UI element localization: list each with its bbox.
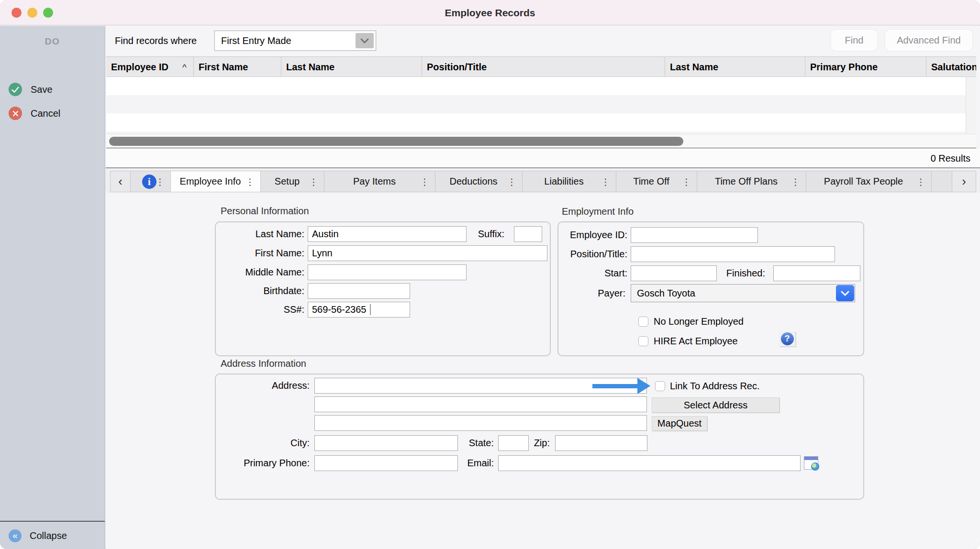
address-label: Address:	[201, 378, 310, 394]
ssn-field[interactable]	[308, 302, 410, 318]
sidebar-header: DO	[0, 36, 105, 47]
table-row[interactable]	[106, 77, 966, 95]
chevron-down-icon[interactable]	[356, 33, 374, 48]
tab-pay-items[interactable]: Pay Items ⋮	[324, 171, 435, 192]
tab-label: Liabilities	[544, 176, 594, 187]
zip-field[interactable]	[555, 435, 647, 451]
no-longer-employed-checkbox[interactable]	[638, 317, 648, 327]
column-header-salutation[interactable]: Salutation N	[926, 57, 976, 77]
birthdate-label: Birthdate:	[158, 283, 304, 299]
mapquest-button[interactable]: MapQuest	[652, 416, 707, 431]
last-name-field[interactable]	[308, 226, 467, 242]
chevron-right-icon: ›	[962, 174, 966, 189]
hire-act-help-button[interactable]: ?	[779, 331, 795, 346]
save-button[interactable]: Save	[0, 83, 105, 97]
tab-menu-icon[interactable]: ⋮	[916, 176, 925, 187]
no-longer-employed-label: No Longer Employed	[654, 316, 744, 327]
tab-menu-icon[interactable]: ⋮	[420, 176, 429, 187]
personal-information-title: Personal Information	[221, 206, 309, 217]
select-address-button[interactable]: Select Address	[652, 397, 780, 413]
tab-time-off-plans[interactable]: Time Off Plans ⋮	[697, 171, 806, 192]
finished-field[interactable]	[773, 265, 860, 281]
column-header-first-name[interactable]: First Name	[194, 57, 281, 77]
vertical-scrollbar-track[interactable]	[966, 77, 976, 134]
sidebar: DO Save Cancel « Collapse	[0, 26, 105, 549]
column-header-last-name-2[interactable]: Last Name	[665, 57, 805, 77]
finished-label: Finished:	[713, 265, 765, 281]
city-field[interactable]	[314, 435, 458, 451]
horizontal-scrollbar-track[interactable]	[106, 134, 976, 148]
collapse-button[interactable]: « Collapse	[0, 523, 105, 549]
position-title-label: Position/Title:	[550, 246, 627, 262]
primary-phone-field[interactable]	[314, 455, 458, 471]
tab-menu-icon[interactable]: ⋮	[309, 176, 318, 187]
tab-menu-icon[interactable]: ⋮	[601, 176, 610, 187]
payer-dropdown[interactable]: Gosch Toyota	[631, 284, 855, 302]
hire-act-employee-label: HIRE Act Employee	[654, 336, 738, 347]
start-field[interactable]	[631, 265, 717, 281]
tab-menu-icon[interactable]: ⋮	[507, 176, 516, 187]
tab-menu-icon[interactable]: ⋮	[156, 176, 165, 187]
tab-record-info[interactable]: i ⋮	[131, 171, 171, 192]
first-name-field[interactable]	[308, 245, 547, 261]
employee-id-label: Employee ID:	[550, 227, 627, 243]
tab-label: Payroll Tax People	[824, 176, 913, 187]
tab-menu-icon[interactable]: ⋮	[245, 176, 255, 187]
tab-label: Employee Info	[180, 176, 252, 187]
title-bar: Employee Records	[0, 0, 980, 25]
text-cursor	[370, 304, 371, 315]
email-icon-titlebar	[804, 457, 818, 460]
ssn-label: SS#:	[158, 302, 304, 318]
tab-employee-info[interactable]: Employee Info ⋮	[171, 171, 261, 192]
annotation-arrow	[592, 384, 638, 388]
tab-time-off[interactable]: Time Off ⋮	[616, 171, 697, 192]
find-field-dropdown[interactable]: First Entry Made	[214, 31, 376, 51]
employee-id-field[interactable]	[631, 227, 758, 243]
find-button[interactable]: Find	[831, 30, 877, 51]
tabs-scroll-right-button[interactable]: ›	[952, 171, 976, 192]
address-line3-field[interactable]	[314, 415, 647, 431]
suffix-label: Suffix:	[450, 226, 504, 242]
tab-menu-icon[interactable]: ⋮	[791, 176, 800, 187]
link-to-address-label: Link To Address Rec.	[670, 381, 760, 392]
tabs-scroll-left-button[interactable]: ‹	[110, 171, 131, 192]
column-header-position-title[interactable]: Position/Title	[422, 57, 665, 77]
table-row[interactable]	[106, 95, 966, 113]
hire-act-employee-checkbox[interactable]	[638, 336, 648, 346]
employment-info-title: Employment Info	[562, 206, 634, 217]
table-row[interactable]	[106, 113, 966, 132]
payer-value: Gosch Toyota	[637, 285, 695, 302]
app-window: Employee Records DO Save Cancel « Collap…	[0, 0, 980, 549]
column-header-last-name[interactable]: Last Name	[281, 57, 422, 77]
window-title: Employee Records	[0, 0, 980, 25]
cancel-button[interactable]: Cancel	[0, 107, 105, 121]
email-label: Email:	[455, 455, 494, 471]
tab-spacer	[932, 171, 952, 192]
save-check-icon	[9, 83, 22, 96]
column-header-employee-id[interactable]: Employee ID ^	[106, 57, 194, 77]
tab-liabilities[interactable]: Liabilities ⋮	[523, 171, 616, 192]
tab-payroll-tax-people[interactable]: Payroll Tax People ⋮	[806, 171, 932, 192]
email-field[interactable]	[498, 455, 801, 471]
column-header-primary-phone[interactable]: Primary Phone	[805, 57, 926, 77]
start-label: Start:	[550, 265, 627, 281]
position-title-field[interactable]	[631, 246, 835, 262]
tab-deductions[interactable]: Deductions ⋮	[435, 171, 523, 192]
link-to-address-checkbox[interactable]	[655, 381, 665, 391]
advanced-find-button[interactable]: Advanced Find	[885, 30, 972, 51]
payer-label: Payer:	[550, 285, 625, 301]
tab-menu-icon[interactable]: ⋮	[682, 176, 691, 187]
middle-name-field[interactable]	[308, 264, 467, 280]
email-web-icon[interactable]	[804, 456, 818, 470]
state-label: State:	[455, 435, 494, 451]
suffix-field[interactable]	[514, 226, 542, 242]
chevron-down-icon[interactable]	[836, 285, 854, 301]
birthdate-field[interactable]	[308, 283, 410, 299]
middle-name-label: Middle Name:	[158, 264, 304, 280]
last-name-label: Last Name:	[158, 226, 304, 242]
horizontal-scrollbar-thumb[interactable]	[109, 137, 683, 146]
help-question-icon: ?	[781, 332, 794, 345]
collapse-label: Collapse	[30, 529, 67, 542]
tab-setup[interactable]: Setup ⋮	[261, 171, 324, 192]
address-line2-field[interactable]	[314, 396, 647, 412]
